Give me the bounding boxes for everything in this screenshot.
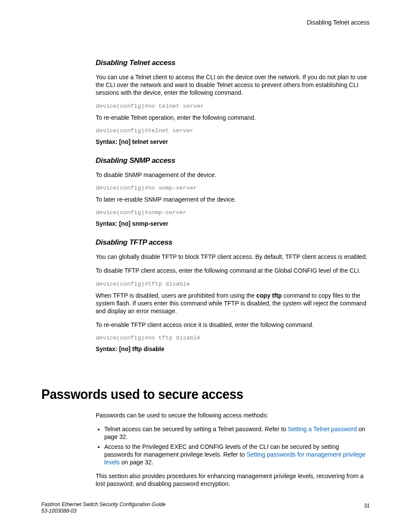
list-item: Telnet access can be secured by setting … bbox=[104, 425, 369, 441]
para-tftp-1: You can globally disable TFTP to block T… bbox=[96, 253, 369, 261]
list-item: Access to the Privileged EXEC and CONFIG… bbox=[104, 443, 369, 467]
code-tftp-2: device(config)#no tftp disable bbox=[96, 335, 369, 341]
footer-page-number: 31 bbox=[364, 503, 370, 509]
heading-passwords: Passwords used to secure access bbox=[41, 386, 243, 402]
footer-left: FastIron Ethernet Switch Security Config… bbox=[41, 501, 165, 514]
heading-snmp: Disabling SNMP access bbox=[96, 156, 369, 165]
code-telnet-2: device(config)#telnet server bbox=[96, 128, 369, 134]
para-passwords-outro: This section also provides procedures fo… bbox=[96, 472, 369, 488]
para-tftp-4: To re-enable TFTP client access once it … bbox=[96, 321, 369, 329]
para-telnet-1: You can use a Telnet client to access th… bbox=[96, 73, 369, 97]
heading-telnet: Disabling Telnet access bbox=[96, 59, 369, 67]
syntax-tftp: Syntax: [no] tftp disable bbox=[96, 345, 369, 352]
running-head: Disabling Telnet access bbox=[307, 19, 370, 26]
code-snmp-2: device(config)#snmp-server bbox=[96, 209, 369, 216]
syntax-snmp: Syntax: [no] snmp-server bbox=[96, 220, 369, 227]
para-snmp-1: To disable SNMP management of the device… bbox=[96, 171, 369, 179]
main-content-lower: Passwords can be used to secure the foll… bbox=[96, 411, 369, 494]
link-telnet-password[interactable]: Setting a Telnet password bbox=[288, 426, 357, 432]
code-telnet-1: device(config)#no telnet server bbox=[96, 103, 369, 109]
main-content-upper: Disabling Telnet access You can use a Te… bbox=[96, 59, 369, 352]
footer-title: FastIron Ethernet Switch Security Config… bbox=[41, 501, 165, 507]
para-tftp-3: When TFTP is disabled, users are prohibi… bbox=[96, 292, 369, 315]
passwords-list: Telnet access can be secured by setting … bbox=[96, 425, 369, 466]
para-passwords-intro: Passwords can be used to secure the foll… bbox=[96, 411, 369, 419]
para-tftp-2: To disable TFTP client access, enter the… bbox=[96, 267, 369, 274]
syntax-telnet: Syntax: [no] telnet server bbox=[96, 138, 369, 145]
para-telnet-2: To re-enable Telnet operation, enter the… bbox=[96, 114, 369, 121]
heading-tftp: Disabling TFTP access bbox=[96, 238, 369, 247]
para-snmp-2: To later re-enable SNMP management of th… bbox=[96, 196, 369, 203]
code-tftp-1: device(config)#tftp disable bbox=[96, 281, 369, 287]
footer-docnum: 53-1003088-03 bbox=[41, 508, 76, 514]
code-snmp-1: device(config)#no snmp-server bbox=[96, 185, 369, 191]
